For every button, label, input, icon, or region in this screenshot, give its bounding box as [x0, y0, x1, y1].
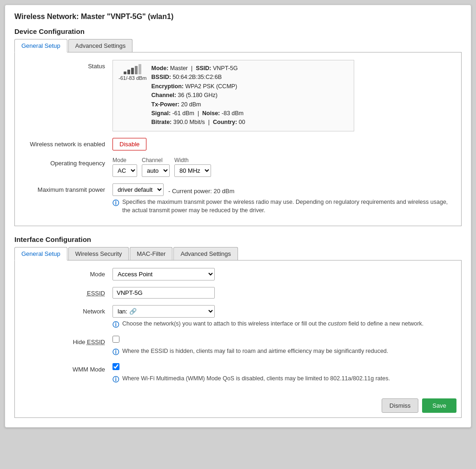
bar-2 [127, 70, 130, 74]
status-row: Status -61/-83 dBm [20, 60, 456, 131]
essid-row: ESSID [20, 287, 456, 299]
dismiss-button[interactable]: Dismiss [382, 398, 419, 413]
bar-3 [131, 68, 134, 74]
wmm-help: ⓘ Where Wi-Fi Multimedia (WMM) Mode QoS … [112, 374, 456, 384]
wireless-enabled-label: Wireless network is enabled [20, 138, 112, 148]
operating-frequency-label: Operating frequency [20, 157, 112, 167]
iface-mode-control: Access Point Client Ad-Hoc Monitor [112, 268, 456, 280]
bar-1 [124, 72, 126, 74]
help-icon-txpower: ⓘ [112, 198, 120, 208]
country-label: Country: [213, 119, 237, 125]
network-help: ⓘ Choose the network(s) you want to atta… [112, 319, 456, 329]
device-config-tab-content: Status -61/-83 dBm [14, 52, 462, 226]
freq-row: Mode AC N B G Channel auto 36 [112, 157, 456, 177]
interface-config-tab-content: Mode Access Point Client Ad-Hoc Monitor … [14, 261, 462, 418]
status-encryption: Encryption: WPA2 PSK (CCMP) [152, 82, 245, 91]
network-select[interactable]: lan: 🔗 custom [112, 305, 215, 318]
signal-icon-group: -61/-83 dBm [119, 64, 147, 81]
network-label: Network [20, 305, 112, 315]
operating-frequency-control: Mode AC N B G Channel auto 36 [112, 157, 456, 177]
iface-mode-label: Mode [20, 268, 112, 278]
essid-control [112, 287, 456, 299]
noise-label: Noise: [202, 110, 220, 117]
channel-sublabel: Channel [142, 157, 170, 163]
wmm-mode-control: ⓘ Where Wi-Fi Multimedia (WMM) Mode QoS … [112, 363, 456, 384]
save-button[interactable]: Save [422, 398, 456, 413]
status-bitrate-country: Bitrate: 390.0 Mbit/s | Country: 00 [152, 118, 245, 127]
network-help-text-1: Choose the network(s) you want to attach… [122, 320, 326, 327]
tab-device-advanced-settings[interactable]: Advanced Settings [68, 39, 132, 52]
status-country-val: 00 [239, 119, 245, 125]
status-box: -61/-83 dBm Mode: Master | SSID: VNPT-5G… [112, 60, 354, 131]
hide-essid-checkbox[interactable] [112, 336, 119, 343]
tx-power-help: ⓘ Specifies the maximum transmit power t… [112, 198, 456, 215]
essid-label: ESSID [20, 287, 112, 297]
page-title: Wireless Network: Master "VNPT-5G" (wlan… [14, 13, 462, 21]
device-config-title: Device Configuration [14, 27, 462, 35]
hide-essid-help: ⓘ Where the ESSID is hidden, clients may… [112, 347, 456, 357]
iface-mode-row: Mode Access Point Client Ad-Hoc Monitor [20, 268, 456, 280]
power-row: driver default 10 dBm 15 dBm 20 dBm - Cu… [112, 183, 456, 196]
operating-frequency-row: Operating frequency Mode AC N B G Channe… [20, 157, 456, 177]
bitrate-label: Bitrate: [152, 119, 172, 125]
status-txpower: Tx-Power: 20 dBm [152, 100, 245, 109]
network-help-custom: custom [328, 320, 347, 327]
main-container: Wireless Network: Master "VNPT-5G" (wlan… [5, 5, 471, 428]
ssid-label: SSID: [196, 65, 211, 72]
hide-essid-row: Hide ESSID ⓘ Where the ESSID is hidden, … [20, 336, 456, 357]
status-info: Mode: Master | SSID: VNPT-5G BSSID: 50:6… [152, 64, 245, 127]
tx-power-select[interactable]: driver default 10 dBm 15 dBm 20 dBm [112, 183, 164, 196]
tab-iface-mac-filter[interactable]: MAC-Filter [130, 247, 172, 260]
mode-label: Mode: [152, 65, 169, 72]
status-bssid-val: 50:64:2B:35:C2:6B [172, 74, 222, 80]
wireless-enabled-control: Disable [112, 138, 456, 150]
status-signal-noise: Signal: -61 dBm | Noise: -83 dBm [152, 109, 245, 118]
width-sublabel: Width [174, 157, 211, 163]
status-ssid-val: VNPT-5G [213, 65, 238, 72]
bar-5 [139, 64, 141, 74]
channel-select[interactable]: auto 36 40 44 48 [142, 164, 170, 177]
hide-essid-label: Hide ESSID [20, 336, 112, 345]
tx-power-help-text: Specifies the maximum transmit power the… [122, 198, 456, 215]
interface-config-title: Interface Configuration [14, 235, 462, 243]
device-config-tab-bar: General Setup Advanced Settings [14, 39, 462, 52]
bar-4 [135, 66, 138, 74]
iface-mode-select[interactable]: Access Point Client Ad-Hoc Monitor [112, 268, 215, 280]
max-tx-power-label: Maximum transmit power [20, 183, 112, 193]
wmm-help-text: Where Wi-Fi Multimedia (WMM) Mode QoS is… [122, 374, 390, 383]
tab-iface-general-setup[interactable]: General Setup [14, 247, 67, 261]
network-row: Network lan: 🔗 custom ⓘ Choose the netwo… [20, 305, 456, 329]
tab-iface-wireless-security[interactable]: Wireless Security [68, 247, 129, 260]
hide-essid-control: ⓘ Where the ESSID is hidden, clients may… [112, 336, 456, 357]
status-encryption-val: WPA2 PSK (CCMP) [185, 83, 237, 90]
width-select[interactable]: 80 MHz 40 MHz 20 MHz [174, 164, 211, 177]
status-signal-val: -61 dBm [172, 110, 194, 117]
wireless-enabled-row: Wireless network is enabled Disable [20, 138, 456, 150]
network-help-text-2: field to define a new network. [348, 320, 423, 327]
disable-button[interactable]: Disable [112, 138, 146, 150]
tab-device-general-setup[interactable]: General Setup [14, 39, 67, 52]
signal-label: Signal: [152, 110, 171, 117]
status-channel: Channel: 36 (5.180 GHz) [152, 91, 245, 100]
essid-input[interactable] [112, 287, 215, 299]
essid-label-text: ESSID [87, 290, 105, 297]
status-txpower-val: 20 dBm [181, 101, 201, 108]
max-tx-power-row: Maximum transmit power driver default 10… [20, 183, 456, 215]
status-value: -61/-83 dBm Mode: Master | SSID: VNPT-5G… [112, 60, 456, 131]
mode-group: Mode AC N B G [112, 157, 137, 177]
channel-group: Channel auto 36 40 44 48 [142, 157, 170, 177]
wmm-mode-label: WMM Mode [20, 363, 112, 373]
network-control: lan: 🔗 custom ⓘ Choose the network(s) yo… [112, 305, 456, 329]
status-mode-ssid: Mode: Master | SSID: VNPT-5G [152, 64, 245, 73]
mode-sublabel: Mode [112, 157, 137, 163]
network-help-text: Choose the network(s) you want to attach… [122, 319, 423, 328]
mode-select[interactable]: AC N B G [112, 164, 137, 177]
help-icon-network: ⓘ [112, 320, 120, 329]
wmm-mode-checkbox[interactable] [112, 363, 119, 370]
status-noise-val: -83 dBm [222, 110, 244, 117]
status-label: Status [20, 60, 112, 70]
channel-label: Channel: [152, 92, 176, 98]
network-select-row: lan: 🔗 custom [112, 305, 456, 318]
hide-essid-label-text: ESSID [87, 339, 105, 345]
tab-iface-advanced-settings[interactable]: Advanced Settings [173, 247, 238, 260]
